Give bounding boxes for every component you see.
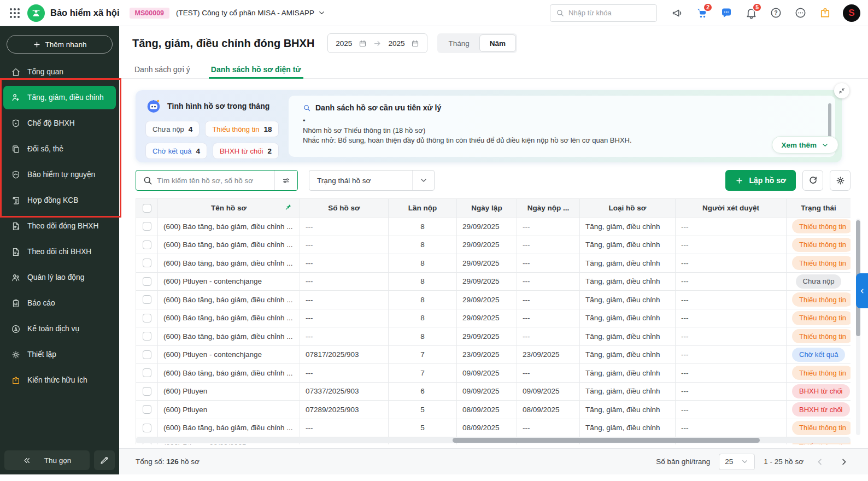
sidebar-item-thiet-lap[interactable]: Thiết lập [0,342,119,367]
date-to[interactable]: 2025 [388,39,404,48]
pin-icon[interactable] [284,203,292,212]
column-header[interactable]: Loại hồ sơ [580,199,676,218]
table-row[interactable]: (600) Báo tăng, báo giảm, điều chỉnh ...… [136,364,851,383]
edit-menu-button[interactable] [94,450,115,470]
date-from[interactable]: 2025 [336,39,352,48]
column-header[interactable]: Tên hồ sơ [158,199,300,218]
stat-chip[interactable]: Chờ kết quả4 [145,143,207,159]
table-row[interactable]: (600) Báo tăng, báo giảm, điều chỉnh ...… [136,291,851,309]
column-header[interactable]: Ngày nộp ... [517,199,580,218]
table-row[interactable]: (600) Báo tăng, báo giảm, điều chỉnh ...… [136,254,851,273]
horizontal-scrollbar-thumb[interactable] [453,438,760,443]
status-filter-select[interactable]: Trạng thái hồ sơ [309,170,435,191]
row-checkbox[interactable] [143,295,151,304]
vertical-scrollbar[interactable] [856,219,860,435]
table-row[interactable]: (600) Báo tăng, báo giảm, điều chỉnh ...… [136,309,851,327]
row-checkbox[interactable] [143,259,151,267]
table-row[interactable]: (600) Ptluyen - contenchjange---829/09/2… [136,272,851,291]
more-options-icon[interactable] [794,7,807,20]
sidebar-item-label: Đổi sổ, thẻ [27,145,63,153]
sidebar-item-quan-ly-lao-dong[interactable]: Quản lý lao động [0,265,119,290]
quick-add-button[interactable]: Thêm nhanh [7,35,113,54]
row-checkbox[interactable] [143,368,151,377]
sidebar-item-label: Tăng, giảm, điều chỉnh [27,93,104,102]
column-header[interactable]: Lần nộp [389,199,457,218]
row-checkbox[interactable] [143,332,151,341]
row-checkbox[interactable] [143,222,151,231]
row-checkbox[interactable] [143,241,151,249]
side-panel-toggle[interactable] [856,273,868,308]
stat-chip[interactable]: Chưa nộp4 [145,121,200,137]
record-search[interactable] [136,170,298,191]
column-header[interactable]: Số hồ sơ [300,199,389,218]
horizontal-scrollbar[interactable] [136,437,851,443]
table-row[interactable]: (600) Báo tăng, báo giảm, điều chỉnh ...… [136,236,851,254]
select-all-checkbox[interactable] [143,204,151,213]
calendar-icon[interactable] [359,39,367,48]
knowledge-lamp-icon[interactable] [818,7,831,20]
per-page-select[interactable]: 25 [719,454,755,470]
table-cell: --- [676,345,787,364]
table-cell: (600) Ptluyen [158,382,300,401]
collapse-panel-button[interactable] [834,83,849,98]
column-header[interactable]: Người xét duyệt [676,199,787,218]
notifications-bell-icon[interactable]: 5 [744,7,758,20]
user-avatar[interactable]: S [843,4,860,22]
collapse-sidebar-button[interactable]: Thu gọn [4,450,90,470]
record-search-input[interactable] [157,177,274,185]
create-record-button[interactable]: Lập hồ sơ [725,170,796,191]
sidebar-item-che-do-bhxh[interactable]: Chế độ BHXH [0,110,119,136]
announcement-megaphone-icon[interactable] [671,7,684,20]
sidebar-item-theo-doi-dong-bhxh[interactable]: Theo dõi đóng BHXH [0,213,119,239]
tab-0[interactable]: Danh sách gợi ý [132,60,192,78]
table-cell: 8 [389,254,457,273]
card-scrollbar[interactable] [828,103,831,137]
chat-icon[interactable] [720,7,733,20]
advanced-filter-icon[interactable] [274,171,297,190]
column-header[interactable]: Trạng thái [787,199,851,218]
stat-chip[interactable]: BHXH từ chối2 [213,143,279,159]
row-checkbox[interactable] [143,277,151,286]
row-checkbox[interactable] [143,424,151,432]
row-checkbox[interactable] [143,387,151,396]
help-icon[interactable]: ? [769,7,782,20]
next-page-button[interactable] [836,454,852,470]
row-checkbox[interactable] [143,405,151,414]
row-checkbox[interactable] [143,314,151,322]
see-more-button[interactable]: Xem thêm [772,136,838,154]
table-cell: --- [517,419,580,437]
stat-chip[interactable]: Thiếu thông tin18 [205,121,279,137]
table-row[interactable]: (600) Báo tăng, báo giảm, điều chỉnh ...… [136,218,851,236]
table-row[interactable]: (600) Báo tăng, báo giảm, điều chỉnh ...… [136,327,851,346]
sidebar-item-hop-dong-kcb[interactable]: Hợp đồng KCB [0,187,119,213]
row-checkbox[interactable] [143,350,151,359]
period-option-selected[interactable]: Năm [479,34,516,52]
table-row[interactable]: (600) Ptluyen - contenchjange07817/2025/… [136,345,851,364]
global-search[interactable] [550,4,657,22]
refresh-button[interactable] [802,170,823,191]
cart-icon[interactable]: 2 [695,7,708,20]
table-settings-gear-icon[interactable] [830,170,851,191]
column-header[interactable]: Ngày lập [457,199,517,218]
sidebar-item-bao-cao[interactable]: Báo cáo [0,290,119,316]
calendar-icon[interactable] [411,39,419,48]
sidebar-item-doi-so-the[interactable]: Đổi sổ, thẻ [0,136,119,162]
sidebar-item-ke-toan-dich-vu[interactable]: Kế toán dịch vụ [0,316,119,342]
sidebar-item-theo-doi-chi-bhxh[interactable]: Theo dõi chi BHXH [0,239,119,265]
table-cell: 7 [389,345,457,364]
sidebar-item-tong-quan[interactable]: Tổng quan [0,59,119,85]
table-row[interactable]: (600) Ptluyen07289/2025/903508/09/202508… [136,401,851,419]
period-option-unselected[interactable]: Tháng [438,34,479,52]
tab-1[interactable]: Danh sách hồ sơ điện tử [209,60,303,78]
company-selector[interactable]: (TEST) Công ty cổ phần MISA - AMISAPP [176,9,326,17]
global-search-input[interactable] [568,9,640,17]
prev-page-button[interactable] [812,454,828,470]
status-badge: Chưa nộp [796,274,842,289]
table-row[interactable]: (600) Ptluyen07337/2025/903609/09/202509… [136,382,851,401]
app-launcher-grid-icon[interactable] [10,8,20,18]
table-row[interactable]: (600) Báo tăng, báo giảm, điều chỉnh ...… [136,419,851,437]
sidebar-item-tang-giam-dieu-chinh[interactable]: Tăng, giảm, điều chỉnh [3,86,116,109]
sidebar-item-kien-thuc-huu-ich[interactable]: Kiến thức hữu ích [0,367,119,393]
sidebar-item-bao-hiem-tu-nguyen[interactable]: Bảo hiểm tự nguyện [0,162,119,187]
date-range-picker[interactable]: 2025 2025 [327,33,427,53]
